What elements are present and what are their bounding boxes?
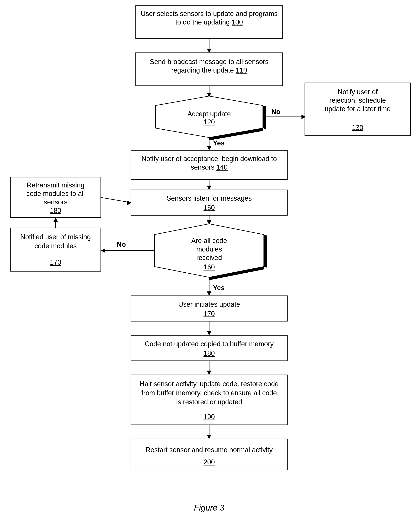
svg-text:Sensors listen for messages: Sensors listen for messages	[167, 194, 252, 202]
svg-text:Yes: Yes	[213, 139, 225, 147]
svg-marker-37	[264, 235, 267, 267]
svg-text:User selects sensors to update: User selects sensors to update and progr…	[141, 10, 278, 17]
flowchart-svg: User selects sensors to update and progr…	[0, 0, 420, 529]
svg-marker-71	[207, 370, 211, 375]
svg-text:User initiates update: User initiates update	[178, 301, 240, 308]
svg-text:Yes: Yes	[213, 284, 225, 292]
svg-text:150: 150	[203, 204, 215, 212]
svg-text:to do the updating 100: to do the updating 100	[176, 18, 243, 26]
svg-text:code modules to all: code modules to all	[26, 190, 85, 198]
svg-text:Notify user of acceptance, beg: Notify user of acceptance, begin downloa…	[141, 155, 277, 163]
svg-text:Are all code: Are all code	[191, 237, 227, 245]
svg-marker-30	[207, 185, 211, 190]
svg-text:Notified user of missing: Notified user of missing	[20, 233, 91, 241]
svg-text:180: 180	[50, 207, 61, 214]
svg-text:Code not updated copied to buf: Code not updated copied to buffer memory	[145, 340, 274, 348]
svg-marker-51	[53, 218, 58, 222]
svg-text:Accept update: Accept update	[188, 110, 231, 118]
svg-text:update for a later time: update for a later time	[325, 105, 391, 113]
svg-text:190: 190	[203, 413, 215, 421]
svg-text:No: No	[117, 240, 126, 248]
svg-text:modules: modules	[196, 245, 222, 253]
svg-text:Halt sensor activity, update c: Halt sensor activity, update code, resto…	[140, 380, 279, 388]
svg-text:No: No	[271, 108, 280, 116]
svg-text:code modules: code modules	[34, 242, 77, 250]
svg-text:180: 180	[203, 349, 215, 357]
svg-text:Figure 3: Figure 3	[194, 503, 224, 512]
svg-marker-44	[101, 248, 105, 253]
svg-text:sensors 140: sensors 140	[191, 163, 228, 171]
svg-text:160: 160	[203, 263, 215, 271]
svg-marker-11	[263, 106, 266, 129]
svg-text:sensors: sensors	[44, 198, 68, 206]
svg-text:120: 120	[203, 118, 215, 126]
svg-marker-16	[207, 146, 211, 150]
svg-marker-60	[207, 291, 211, 296]
svg-line-57	[101, 198, 131, 202]
svg-text:Notify user of: Notify user of	[338, 88, 378, 96]
svg-text:200: 200	[203, 458, 215, 466]
svg-text:Retransmit missing: Retransmit missing	[27, 181, 84, 189]
svg-text:is restored or updated: is restored or updated	[176, 398, 242, 406]
flowchart-diagram: User selects sensors to update and progr…	[0, 0, 420, 529]
svg-text:Send broadcast message to all : Send broadcast message to all sensors	[150, 58, 269, 66]
svg-marker-78	[207, 435, 211, 439]
svg-text:received: received	[196, 254, 222, 262]
svg-text:rejection, schedule: rejection, schedule	[329, 96, 386, 104]
svg-text:130: 130	[352, 124, 363, 132]
svg-text:170: 170	[203, 310, 215, 318]
svg-marker-66	[207, 331, 211, 335]
svg-text:170: 170	[50, 258, 61, 266]
svg-text:from buffer memory, check to e: from buffer memory, check to ensure all …	[141, 389, 277, 397]
svg-text:Restart sensor and resume norm: Restart sensor and resume normal activit…	[146, 446, 273, 454]
svg-marker-4	[207, 49, 211, 53]
svg-text:regarding the update 110: regarding the update 110	[171, 66, 247, 74]
